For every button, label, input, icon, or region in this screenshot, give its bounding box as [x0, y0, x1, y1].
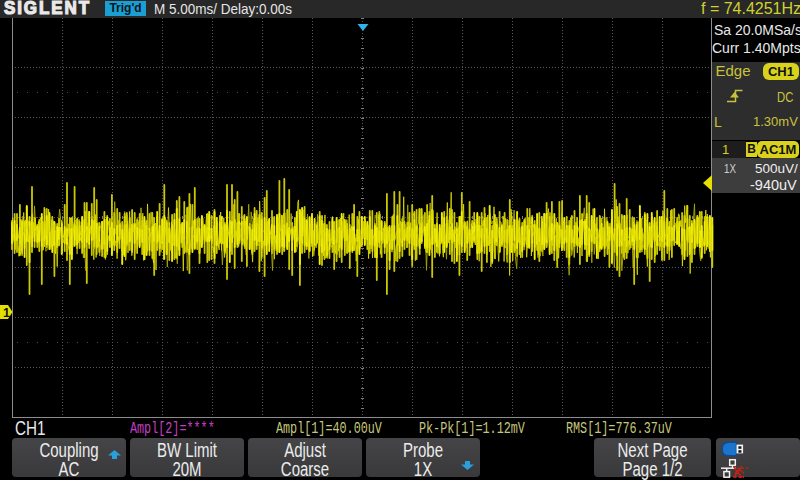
svg-text:1: 1	[3, 306, 10, 320]
